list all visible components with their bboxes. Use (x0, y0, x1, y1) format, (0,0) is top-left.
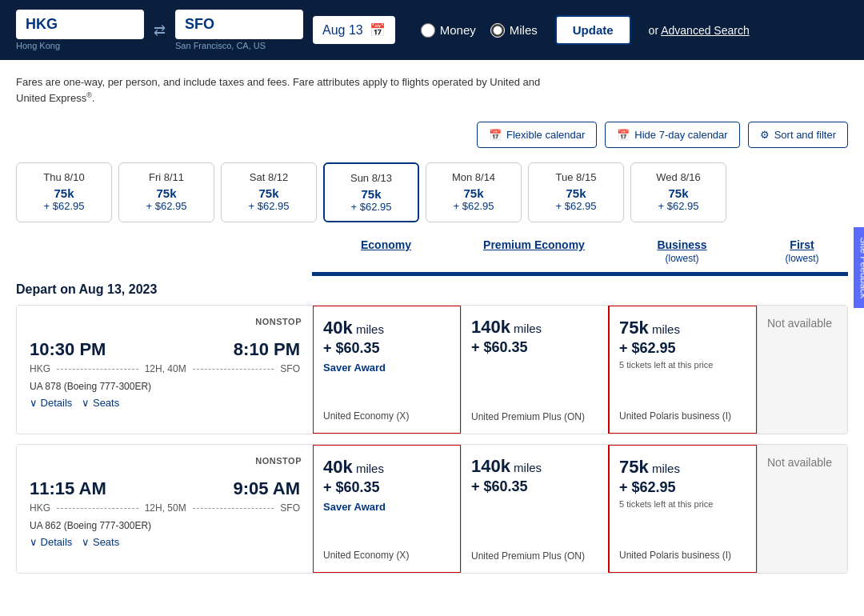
bar-business (608, 272, 756, 276)
economy-award: Saver Award (323, 362, 450, 374)
economy-fare-cell[interactable]: 40k miles + $60.35 Saver Award United Ec… (312, 305, 462, 434)
toolbar: 📅 Flexible calendar 📅 Hide 7-day calenda… (0, 114, 864, 156)
business-sub: (lowest) (665, 253, 698, 264)
dest-wrap: San Francisco, CA, US (175, 10, 303, 50)
feedback-tab[interactable]: Site Feedback (854, 227, 864, 308)
money-label: Money (440, 23, 476, 37)
swap-icon[interactable]: ⇄ (154, 22, 166, 39)
date-card-5[interactable]: Tue 8/15 75k + $62.95 (528, 162, 624, 222)
date-card-miles: 75k (642, 186, 714, 200)
details-link[interactable]: ∨ Details (30, 397, 72, 409)
not-available-label: Not available (767, 317, 832, 330)
business-tickets: 5 tickets left at this price (619, 360, 746, 370)
economy-link[interactable]: Economy (361, 238, 411, 251)
not-available-label: Not available (767, 456, 832, 469)
miles-radio-label[interactable]: Miles (490, 23, 538, 38)
premium-miles: 140k miles (471, 317, 599, 338)
date-card-4[interactable]: Mon 8/14 75k + $62.95 (426, 162, 522, 222)
update-button[interactable]: Update (555, 15, 631, 45)
premium-miles: 140k miles (471, 456, 599, 477)
date-card-2[interactable]: Sat 8/12 75k + $62.95 (221, 162, 317, 222)
first-link[interactable]: First (790, 238, 814, 251)
dest-code: SFO (280, 363, 300, 374)
first-not-available: Not available (757, 306, 847, 434)
calendar-icon-7day: 📅 (617, 129, 630, 141)
business-fare-cell[interactable]: 75k miles + $62.95 5 tickets left at thi… (608, 444, 758, 574)
date-card-fee: + $62.95 (540, 200, 612, 212)
miles-radio[interactable] (490, 23, 505, 38)
date-card-fee: + $62.95 (438, 200, 510, 212)
details-link[interactable]: ∨ Details (30, 536, 72, 548)
origin-subtitle: Hong Kong (16, 41, 144, 50)
date-card-miles: 75k (438, 186, 510, 200)
flight-info-row: NONSTOP 11:15 AM 9:05 AM HKG 12H, 50M SF… (17, 445, 847, 573)
filter-icon: ⚙ (760, 129, 770, 141)
advanced-search-link[interactable]: Advanced Search (661, 24, 750, 37)
business-link[interactable]: Business (657, 238, 706, 251)
bar-premium (460, 272, 608, 276)
sort-filter-button[interactable]: ⚙ Sort and filter (748, 122, 848, 148)
flight-info-row: NONSTOP 10:30 PM 8:10 PM HKG 12H, 40M SF… (17, 306, 847, 434)
premium-link[interactable]: Premium Economy (483, 238, 585, 251)
flights-container: NONSTOP 10:30 PM 8:10 PM HKG 12H, 40M SF… (16, 305, 848, 574)
date-card-3[interactable]: Sun 8/13 75k + $62.95 (323, 162, 419, 222)
duration: 12H, 50M (145, 502, 186, 514)
economy-fee: + $60.35 (323, 340, 450, 357)
or-text: or (649, 24, 658, 37)
business-fee: + $62.95 (619, 340, 746, 357)
money-radio[interactable] (421, 23, 435, 38)
business-fare-cell[interactable]: 75k miles + $62.95 5 tickets left at thi… (608, 305, 758, 434)
premium-fare-cell[interactable]: 140k miles + $60.35 United Premium Plus … (461, 445, 609, 573)
date-input-wrap[interactable]: Aug 13 📅 (313, 16, 395, 44)
bar-first (756, 272, 848, 276)
date-card-label: Sun 8/13 (336, 172, 406, 184)
first-sub: (lowest) (785, 253, 818, 264)
origin-code: HKG (30, 363, 50, 374)
col-spacer (16, 235, 312, 267)
date-card-0[interactable]: Thu 8/10 75k + $62.95 (16, 162, 112, 222)
business-tickets: 5 tickets left at this price (619, 499, 746, 509)
economy-miles: 40k miles (323, 457, 450, 478)
origin-input[interactable] (16, 10, 144, 39)
date-card-miles: 75k (28, 186, 100, 200)
premium-fee: + $60.35 (471, 478, 599, 495)
flight-links: ∨ Details ∨ Seats (30, 397, 300, 409)
depart-time: 11:15 AM (30, 478, 106, 499)
dest-input[interactable] (175, 10, 303, 39)
seats-link[interactable]: ∨ Seats (82, 397, 119, 409)
business-miles: 75k miles (619, 318, 746, 338)
premium-cabin: United Premium Plus (ON) (471, 542, 599, 562)
flexible-calendar-button[interactable]: 📅 Flexible calendar (477, 122, 597, 148)
flight-details: UA 862 (Boeing 777-300ER) (30, 520, 300, 531)
depart-label: Depart on Aug 13, 2023 (16, 276, 848, 305)
date-card-label: Thu 8/10 (28, 171, 100, 183)
money-radio-label[interactable]: Money (421, 23, 476, 38)
premium-fare-cell[interactable]: 140k miles + $60.35 United Premium Plus … (461, 306, 609, 434)
header: Hong Kong ⇄ San Francisco, CA, US Aug 13… (0, 0, 864, 60)
date-card-6[interactable]: Wed 8/16 75k + $62.95 (630, 162, 726, 222)
hide-7day-button[interactable]: 📅 Hide 7-day calendar (605, 122, 739, 148)
seats-link[interactable]: ∨ Seats (82, 536, 119, 548)
col-first: First (lowest) (756, 235, 848, 267)
top-bars (16, 272, 848, 276)
col-premium: Premium Economy (460, 235, 608, 267)
economy-cabin: United Economy (X) (323, 542, 450, 561)
business-miles: 75k miles (619, 457, 746, 478)
route-dots (57, 369, 138, 370)
date-card-fee: + $62.95 (336, 201, 406, 213)
date-card-label: Mon 8/14 (438, 171, 510, 183)
flight-details: UA 878 (Boeing 777-300ER) (30, 381, 300, 392)
arrive-time: 9:05 AM (233, 478, 300, 499)
date-card-miles: 75k (233, 186, 305, 200)
main-content: Economy Premium Economy Business (lowest… (0, 235, 864, 599)
date-value: Aug 13 (322, 23, 363, 38)
date-card-1[interactable]: Fri 8/11 75k + $62.95 (118, 162, 214, 222)
duration: 12H, 40M (145, 363, 186, 374)
economy-fare-cell[interactable]: 40k miles + $60.35 Saver Award United Ec… (312, 444, 462, 574)
premium-cabin: United Premium Plus (ON) (471, 403, 599, 422)
origin-wrap: Hong Kong (16, 10, 144, 50)
col-headers: Economy Premium Economy Business (lowest… (16, 235, 848, 267)
dest-subtitle: San Francisco, CA, US (175, 41, 303, 50)
nonstop-badge: NONSTOP (255, 317, 302, 326)
route-dots (57, 508, 138, 509)
